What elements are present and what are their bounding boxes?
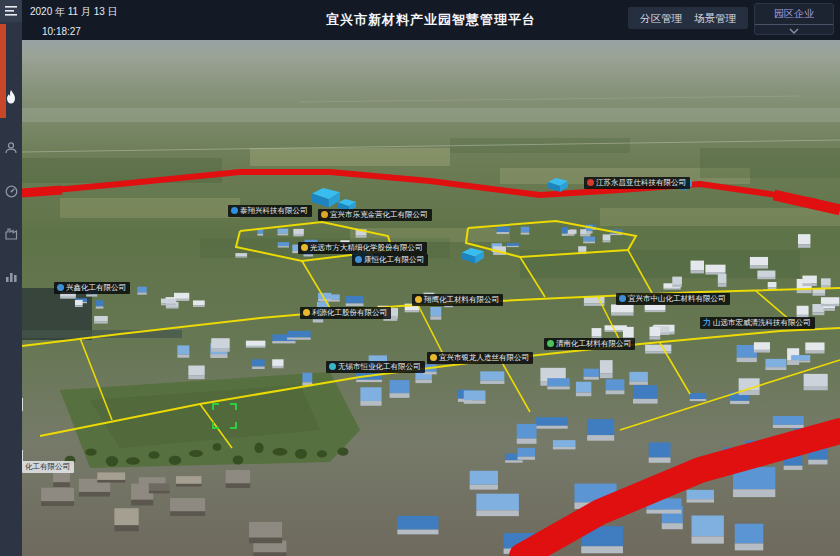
- company-label[interactable]: 宜兴市银龙人造丝有限公司: [427, 352, 533, 364]
- company-label[interactable]: 宜兴市中山化工材料有限公司: [616, 293, 730, 305]
- company-label[interactable]: 宜兴市乐克金营化工有限公司: [318, 209, 432, 221]
- company-marker-icon: [415, 296, 422, 303]
- company-marker-icon: [587, 179, 594, 186]
- sidebar: [0, 0, 22, 556]
- company-label[interactable]: 光远市方大精细化学股份有限公司: [298, 242, 427, 254]
- company-label[interactable]: 利源化工股份有限公司: [300, 307, 391, 319]
- company-marker-icon: [355, 256, 362, 263]
- company-label[interactable]: 江苏永昌亚仕科技有限公司: [584, 177, 690, 189]
- datetime: 2020 年 11 月 13 日 10:18:27: [30, 5, 118, 37]
- company-marker-icon: [301, 244, 308, 251]
- company-marker-icon: [619, 295, 626, 302]
- map-overlay: 泰翔兴科技有限公司宜兴市乐克金营化工有限公司江苏永昌亚仕科技有限公司光远市方大精…: [0, 0, 840, 556]
- person-icon[interactable]: [0, 137, 22, 159]
- company-label-text: 化工有限公司: [25, 463, 70, 471]
- company-marker-icon: [430, 354, 437, 361]
- company-label-text: 光远市方大精细化学股份有限公司: [310, 244, 423, 252]
- company-label-text: 翔鹰化工材料有限公司: [424, 296, 499, 304]
- company-label[interactable]: 力山远市宏威清洗科技有限公司: [700, 317, 815, 329]
- company-label-text: 利源化工股份有限公司: [312, 309, 387, 317]
- flame-icon[interactable]: [0, 86, 22, 108]
- park-enterprises-dropdown[interactable]: 园区企业: [754, 3, 834, 35]
- company-label[interactable]: 无锡市恒业化工有限公司: [326, 361, 425, 373]
- dropdown-label: 园区企业: [755, 4, 833, 25]
- company-marker-icon: [329, 363, 336, 370]
- company-label-text: 江苏永昌亚仕科技有限公司: [596, 179, 686, 187]
- company-label-text: 宜兴市乐克金营化工有限公司: [330, 211, 428, 219]
- company-marker-icon: [303, 309, 310, 316]
- company-label-text: 山远市宏威清洗科技有限公司: [713, 319, 811, 327]
- company-label[interactable]: 化工有限公司: [22, 461, 74, 473]
- chevron-down-icon: [789, 28, 799, 34]
- company-label[interactable]: 清南化工材料有限公司: [544, 338, 635, 350]
- company-label-text: 兴鑫化工有限公司: [66, 284, 126, 292]
- company-marker-icon: [321, 211, 328, 218]
- company-marker-icon: [57, 284, 64, 291]
- company-label-text: 康恒化工有限公司: [364, 256, 424, 264]
- company-label-text: 宜兴市银龙人造丝有限公司: [439, 354, 529, 362]
- company-marker-icon: [547, 340, 554, 347]
- gauge-icon[interactable]: [0, 180, 22, 202]
- company-marker-icon: [231, 207, 238, 214]
- company-label-text: 清南化工材料有限公司: [556, 340, 631, 348]
- date-label: 2020 年 11 月 13 日: [30, 6, 118, 17]
- company-label[interactable]: 兴鑫化工有限公司: [54, 282, 130, 294]
- company-label-text: 宜兴市中山化工材料有限公司: [628, 295, 726, 303]
- company-label[interactable]: 翔鹰化工材料有限公司: [412, 294, 503, 306]
- scene-management-button[interactable]: 场景管理: [682, 7, 748, 29]
- bar-chart-icon[interactable]: [0, 266, 22, 288]
- company-label[interactable]: 康恒化工有限公司: [352, 254, 428, 266]
- header-bar: 2020 年 11 月 13 日 10:18:27 宜兴市新材料产业园智慧管理平…: [22, 0, 840, 40]
- factory-icon[interactable]: [0, 223, 22, 245]
- company-label[interactable]: 泰翔兴科技有限公司: [228, 205, 312, 217]
- company-marker-icon: 力: [703, 319, 711, 327]
- company-label-text: 泰翔兴科技有限公司: [240, 207, 308, 215]
- time-label: 10:18:27: [42, 26, 118, 37]
- hamburger-menu-icon[interactable]: [0, 0, 22, 22]
- company-label-text: 无锡市恒业化工有限公司: [338, 363, 421, 371]
